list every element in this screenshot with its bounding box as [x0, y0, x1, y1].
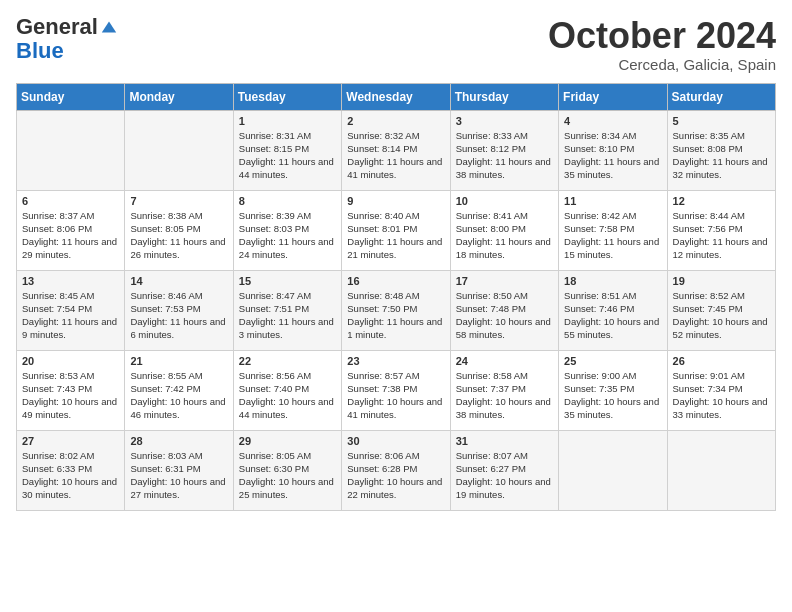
- day-number: 6: [22, 195, 119, 207]
- calendar-cell: 30Sunrise: 8:06 AM Sunset: 6:28 PM Dayli…: [342, 430, 450, 510]
- day-number: 14: [130, 275, 227, 287]
- calendar-cell: 25Sunrise: 9:00 AM Sunset: 7:35 PM Dayli…: [559, 350, 667, 430]
- day-number: 17: [456, 275, 553, 287]
- day-info: Sunrise: 8:53 AM Sunset: 7:43 PM Dayligh…: [22, 369, 119, 422]
- day-info: Sunrise: 8:41 AM Sunset: 8:00 PM Dayligh…: [456, 209, 553, 262]
- page-header: General Blue October 2024 Cerceda, Galic…: [16, 16, 776, 73]
- weekday-header-monday: Monday: [125, 83, 233, 110]
- day-info: Sunrise: 8:05 AM Sunset: 6:30 PM Dayligh…: [239, 449, 336, 502]
- day-number: 28: [130, 435, 227, 447]
- calendar-table: SundayMondayTuesdayWednesdayThursdayFrid…: [16, 83, 776, 511]
- day-info: Sunrise: 8:51 AM Sunset: 7:46 PM Dayligh…: [564, 289, 661, 342]
- day-info: Sunrise: 8:56 AM Sunset: 7:40 PM Dayligh…: [239, 369, 336, 422]
- day-info: Sunrise: 8:02 AM Sunset: 6:33 PM Dayligh…: [22, 449, 119, 502]
- day-number: 4: [564, 115, 661, 127]
- calendar-cell: 17Sunrise: 8:50 AM Sunset: 7:48 PM Dayli…: [450, 270, 558, 350]
- day-info: Sunrise: 8:44 AM Sunset: 7:56 PM Dayligh…: [673, 209, 770, 262]
- location: Cerceda, Galicia, Spain: [548, 56, 776, 73]
- day-number: 24: [456, 355, 553, 367]
- day-number: 12: [673, 195, 770, 207]
- calendar-cell: [125, 110, 233, 190]
- day-number: 8: [239, 195, 336, 207]
- day-number: 10: [456, 195, 553, 207]
- weekday-header-friday: Friday: [559, 83, 667, 110]
- weekday-header-sunday: Sunday: [17, 83, 125, 110]
- logo: General Blue: [16, 16, 118, 64]
- day-number: 3: [456, 115, 553, 127]
- calendar-cell: 20Sunrise: 8:53 AM Sunset: 7:43 PM Dayli…: [17, 350, 125, 430]
- calendar-week-5: 27Sunrise: 8:02 AM Sunset: 6:33 PM Dayli…: [17, 430, 776, 510]
- calendar-cell: 15Sunrise: 8:47 AM Sunset: 7:51 PM Dayli…: [233, 270, 341, 350]
- day-info: Sunrise: 8:32 AM Sunset: 8:14 PM Dayligh…: [347, 129, 444, 182]
- calendar-cell: 2Sunrise: 8:32 AM Sunset: 8:14 PM Daylig…: [342, 110, 450, 190]
- calendar-cell: 16Sunrise: 8:48 AM Sunset: 7:50 PM Dayli…: [342, 270, 450, 350]
- weekday-header-row: SundayMondayTuesdayWednesdayThursdayFrid…: [17, 83, 776, 110]
- day-number: 22: [239, 355, 336, 367]
- logo-blue-text: Blue: [16, 38, 64, 64]
- calendar-week-1: 1Sunrise: 8:31 AM Sunset: 8:15 PM Daylig…: [17, 110, 776, 190]
- day-number: 16: [347, 275, 444, 287]
- calendar-cell: 18Sunrise: 8:51 AM Sunset: 7:46 PM Dayli…: [559, 270, 667, 350]
- day-info: Sunrise: 9:00 AM Sunset: 7:35 PM Dayligh…: [564, 369, 661, 422]
- day-info: Sunrise: 8:46 AM Sunset: 7:53 PM Dayligh…: [130, 289, 227, 342]
- day-info: Sunrise: 8:37 AM Sunset: 8:06 PM Dayligh…: [22, 209, 119, 262]
- day-info: Sunrise: 8:03 AM Sunset: 6:31 PM Dayligh…: [130, 449, 227, 502]
- calendar-cell: 23Sunrise: 8:57 AM Sunset: 7:38 PM Dayli…: [342, 350, 450, 430]
- svg-marker-0: [102, 22, 116, 33]
- day-number: 11: [564, 195, 661, 207]
- calendar-cell: [559, 430, 667, 510]
- day-number: 15: [239, 275, 336, 287]
- calendar-cell: 5Sunrise: 8:35 AM Sunset: 8:08 PM Daylig…: [667, 110, 775, 190]
- weekday-header-saturday: Saturday: [667, 83, 775, 110]
- calendar-week-3: 13Sunrise: 8:45 AM Sunset: 7:54 PM Dayli…: [17, 270, 776, 350]
- weekday-header-tuesday: Tuesday: [233, 83, 341, 110]
- calendar-cell: 24Sunrise: 8:58 AM Sunset: 7:37 PM Dayli…: [450, 350, 558, 430]
- calendar-cell: 21Sunrise: 8:55 AM Sunset: 7:42 PM Dayli…: [125, 350, 233, 430]
- day-number: 25: [564, 355, 661, 367]
- day-number: 26: [673, 355, 770, 367]
- day-info: Sunrise: 8:42 AM Sunset: 7:58 PM Dayligh…: [564, 209, 661, 262]
- day-info: Sunrise: 8:38 AM Sunset: 8:05 PM Dayligh…: [130, 209, 227, 262]
- day-info: Sunrise: 8:06 AM Sunset: 6:28 PM Dayligh…: [347, 449, 444, 502]
- day-number: 27: [22, 435, 119, 447]
- day-info: Sunrise: 8:50 AM Sunset: 7:48 PM Dayligh…: [456, 289, 553, 342]
- day-number: 18: [564, 275, 661, 287]
- day-number: 1: [239, 115, 336, 127]
- calendar-cell: 9Sunrise: 8:40 AM Sunset: 8:01 PM Daylig…: [342, 190, 450, 270]
- day-info: Sunrise: 8:40 AM Sunset: 8:01 PM Dayligh…: [347, 209, 444, 262]
- day-number: 20: [22, 355, 119, 367]
- calendar-cell: 1Sunrise: 8:31 AM Sunset: 8:15 PM Daylig…: [233, 110, 341, 190]
- day-number: 31: [456, 435, 553, 447]
- calendar-cell: [17, 110, 125, 190]
- day-info: Sunrise: 8:57 AM Sunset: 7:38 PM Dayligh…: [347, 369, 444, 422]
- calendar-cell: 4Sunrise: 8:34 AM Sunset: 8:10 PM Daylig…: [559, 110, 667, 190]
- calendar-cell: [667, 430, 775, 510]
- title-block: October 2024 Cerceda, Galicia, Spain: [548, 16, 776, 73]
- day-number: 5: [673, 115, 770, 127]
- calendar-cell: 10Sunrise: 8:41 AM Sunset: 8:00 PM Dayli…: [450, 190, 558, 270]
- day-number: 30: [347, 435, 444, 447]
- calendar-cell: 8Sunrise: 8:39 AM Sunset: 8:03 PM Daylig…: [233, 190, 341, 270]
- month-title: October 2024: [548, 16, 776, 56]
- calendar-cell: 22Sunrise: 8:56 AM Sunset: 7:40 PM Dayli…: [233, 350, 341, 430]
- day-info: Sunrise: 8:58 AM Sunset: 7:37 PM Dayligh…: [456, 369, 553, 422]
- day-info: Sunrise: 8:52 AM Sunset: 7:45 PM Dayligh…: [673, 289, 770, 342]
- day-number: 9: [347, 195, 444, 207]
- calendar-cell: 6Sunrise: 8:37 AM Sunset: 8:06 PM Daylig…: [17, 190, 125, 270]
- weekday-header-wednesday: Wednesday: [342, 83, 450, 110]
- day-number: 29: [239, 435, 336, 447]
- calendar-week-2: 6Sunrise: 8:37 AM Sunset: 8:06 PM Daylig…: [17, 190, 776, 270]
- day-info: Sunrise: 8:45 AM Sunset: 7:54 PM Dayligh…: [22, 289, 119, 342]
- day-info: Sunrise: 8:34 AM Sunset: 8:10 PM Dayligh…: [564, 129, 661, 182]
- calendar-cell: 14Sunrise: 8:46 AM Sunset: 7:53 PM Dayli…: [125, 270, 233, 350]
- calendar-cell: 19Sunrise: 8:52 AM Sunset: 7:45 PM Dayli…: [667, 270, 775, 350]
- day-number: 23: [347, 355, 444, 367]
- day-info: Sunrise: 9:01 AM Sunset: 7:34 PM Dayligh…: [673, 369, 770, 422]
- day-info: Sunrise: 8:07 AM Sunset: 6:27 PM Dayligh…: [456, 449, 553, 502]
- calendar-cell: 27Sunrise: 8:02 AM Sunset: 6:33 PM Dayli…: [17, 430, 125, 510]
- day-info: Sunrise: 8:31 AM Sunset: 8:15 PM Dayligh…: [239, 129, 336, 182]
- calendar-cell: 3Sunrise: 8:33 AM Sunset: 8:12 PM Daylig…: [450, 110, 558, 190]
- day-info: Sunrise: 8:33 AM Sunset: 8:12 PM Dayligh…: [456, 129, 553, 182]
- calendar-cell: 13Sunrise: 8:45 AM Sunset: 7:54 PM Dayli…: [17, 270, 125, 350]
- day-info: Sunrise: 8:39 AM Sunset: 8:03 PM Dayligh…: [239, 209, 336, 262]
